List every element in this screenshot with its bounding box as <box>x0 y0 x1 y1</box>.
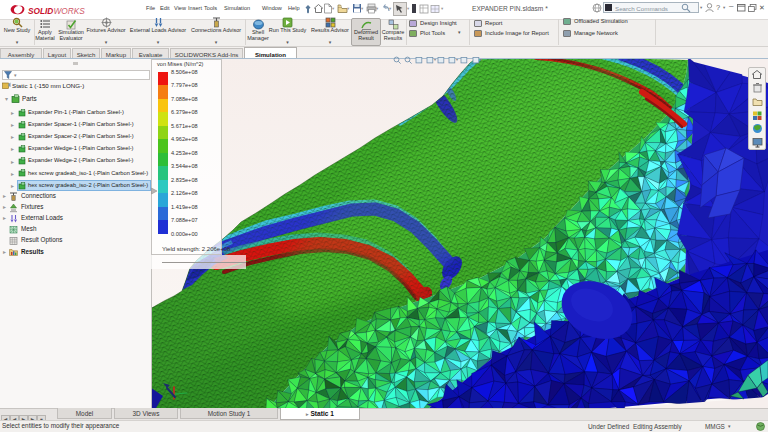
svg-text:WORKS: WORKS <box>54 6 86 16</box>
svg-text:SOLID: SOLID <box>28 6 53 16</box>
